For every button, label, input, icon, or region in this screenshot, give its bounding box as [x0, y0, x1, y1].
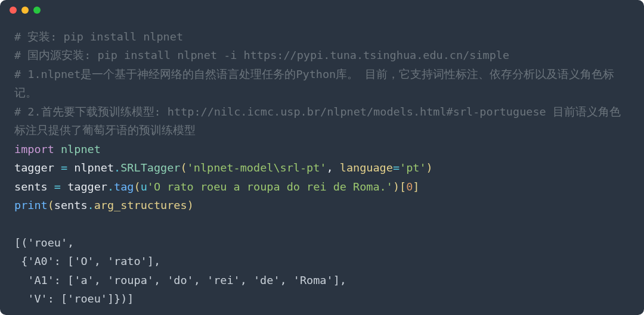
- string-literal: 'pt': [400, 161, 426, 174]
- string-literal: 'O rato roeu a roupa do rei de Roma.': [147, 180, 393, 193]
- output-line: {'A0': ['O', 'rato'],: [14, 255, 160, 267]
- paren: (: [180, 161, 187, 174]
- identifier: tagger: [14, 161, 54, 174]
- paren: ): [393, 180, 400, 193]
- output-line: 'A1': ['a', 'roupa', 'do', 'rei', 'de', …: [14, 274, 346, 286]
- identifier: tagger: [67, 180, 107, 193]
- paren: ): [426, 161, 433, 174]
- close-icon[interactable]: [10, 7, 17, 14]
- paren: ): [187, 199, 194, 211]
- comment-line: # 安装: pip install nlpnet: [14, 30, 183, 43]
- class-name: SRLTagger: [120, 161, 180, 174]
- code-area: # 安装: pip install nlpnet # 国内源安装: pip in…: [0, 20, 644, 308]
- dot: .: [107, 180, 114, 193]
- comment-line: # 2.首先要下载预训练模型: http://nilc.icmc.usp.br/…: [14, 105, 621, 136]
- output-line: [('roeu',: [14, 236, 74, 249]
- builtin-print: print: [14, 199, 48, 211]
- number-literal: 0: [406, 180, 413, 193]
- dot: .: [114, 161, 120, 174]
- identifier: sents: [14, 180, 48, 193]
- minimize-icon[interactable]: [21, 7, 29, 14]
- paren: (: [48, 199, 54, 211]
- attribute: arg_structures: [94, 199, 187, 211]
- string-literal: 'nlpnet-model\srl-pt': [187, 161, 327, 174]
- module-ref: nlpnet: [74, 161, 114, 174]
- comment-line: # 1.nlpnet是一个基于神经网络的自然语言处理任务的Python库。 目前…: [14, 68, 614, 99]
- comma: ,: [327, 161, 340, 174]
- terminal-window: # 安装: pip install nlpnet # 国内源安装: pip in…: [0, 0, 644, 315]
- module-name: nlpnet: [61, 143, 101, 155]
- kwarg-name: language: [340, 161, 393, 174]
- prefix-u: u: [141, 180, 147, 193]
- operator: =: [54, 161, 74, 174]
- bracket: ]: [413, 180, 419, 193]
- equals: =: [393, 161, 400, 174]
- zoom-icon[interactable]: [33, 7, 41, 14]
- keyword-import: import: [14, 143, 54, 155]
- bracket: [: [400, 180, 406, 193]
- output-line: 'V': ['roeu']})]: [14, 292, 134, 305]
- identifier: sents: [54, 199, 88, 211]
- operator: =: [48, 180, 67, 193]
- dot: .: [88, 199, 94, 211]
- method-call: tag: [114, 180, 134, 193]
- comment-line: # 国内源安装: pip install nlpnet -i https://p…: [14, 49, 509, 61]
- titlebar: [0, 0, 644, 20]
- paren: (: [134, 180, 141, 193]
